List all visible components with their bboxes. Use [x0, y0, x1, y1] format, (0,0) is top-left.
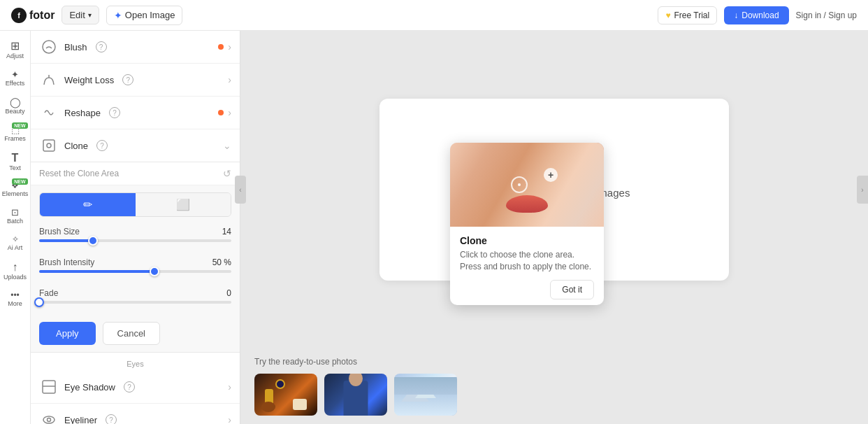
edit-button[interactable]: Edit ▾	[62, 6, 99, 24]
sidebar-label-beauty: Beauty	[5, 108, 24, 115]
chevron-down-icon: ▾	[88, 11, 92, 19]
blush-row[interactable]: Blush ? ›	[31, 31, 240, 64]
brush-intensity-slider[interactable]	[39, 270, 231, 273]
weight-loss-help-icon[interactable]: ?	[122, 74, 133, 85]
text-icon: T	[12, 153, 19, 164]
tool-panel: Blush ? › Weight Loss ? ›	[31, 31, 240, 424]
brush-intensity-section: Brush Intensity 50 %	[31, 253, 240, 284]
apply-button[interactable]: Apply	[39, 322, 96, 345]
sidebar-item-ai-art[interactable]: ✧ Ai Art	[1, 231, 29, 256]
ai-art-icon: ✧	[12, 235, 19, 243]
panel-collapse-handle[interactable]: ‹	[235, 176, 246, 204]
sidebar-item-adjust[interactable]: ⊞ Adjust	[1, 36, 29, 64]
batch-icon: ⊡	[11, 208, 19, 217]
brush-add-button[interactable]: ✏	[40, 193, 136, 216]
svg-point-7	[48, 418, 51, 422]
sidebar-item-more[interactable]: ••• More	[1, 287, 29, 312]
download-label: Download	[742, 10, 779, 20]
clone-help-icon[interactable]: ?	[96, 140, 108, 151]
reset-icon[interactable]: ↺	[223, 168, 231, 179]
fade-value: 0	[226, 288, 231, 298]
plus-icon: ✦	[114, 10, 122, 21]
ready-photo-2[interactable]	[324, 374, 387, 416]
clone-popup-title: Clone	[460, 235, 594, 246]
sidebar-item-batch[interactable]: ⊡ Batch	[1, 204, 29, 229]
popup-plus-icon: +	[544, 168, 558, 182]
reshape-help-icon[interactable]: ?	[109, 107, 120, 118]
download-button[interactable]: ↓ Download	[724, 6, 788, 24]
svg-point-3	[47, 143, 51, 148]
clone-section: Clone ? ⌄ Reset the Clone Area ↺ ✏	[31, 129, 240, 353]
brush-size-section: Brush Size 14	[31, 222, 240, 253]
main-canvas: + Drag or upload your own images Open Im…	[240, 31, 868, 424]
ready-photos-section: Try the ready-to-use photos	[240, 348, 868, 424]
sidebar-item-frames[interactable]: NEW ⬚ Frames	[1, 121, 29, 147]
sidebar: ⊞ Adjust ✦ Effects ◯ Beauty NEW ⬚ Frames…	[0, 31, 31, 424]
eyeliner-help-icon[interactable]: ?	[106, 414, 117, 424]
brush-erase-icon: ⬜	[176, 198, 190, 211]
weight-loss-row[interactable]: Weight Loss ? ›	[31, 64, 240, 97]
clone-header[interactable]: Clone ? ⌄	[31, 129, 240, 162]
action-buttons: Apply Cancel	[31, 315, 240, 352]
eye-shadow-name: Eye Shadow	[64, 382, 115, 393]
eye-shadow-help-icon[interactable]: ?	[124, 381, 135, 393]
open-image-button[interactable]: ✦ Open Image	[106, 6, 183, 25]
right-collapse-handle[interactable]: ›	[857, 176, 868, 204]
brush-size-label: Brush Size	[39, 227, 80, 236]
weight-loss-icon	[39, 70, 59, 90]
sidebar-label-frames: Frames	[4, 136, 26, 143]
blush-active-dot	[218, 44, 224, 50]
svg-point-6	[43, 416, 55, 423]
clone-chevron-icon: ⌄	[223, 140, 231, 151]
logo-text: fotor	[29, 9, 55, 22]
eyeliner-name: Eyeliner	[64, 415, 97, 425]
brush-erase-button[interactable]: ⬜	[136, 193, 231, 216]
heart-icon: ♥	[665, 10, 670, 20]
ready-photo-1[interactable]	[254, 374, 317, 416]
reshape-name: Reshape	[64, 108, 101, 118]
edit-label: Edit	[69, 10, 85, 20]
eyeliner-chevron-icon: ›	[228, 414, 231, 424]
weight-loss-chevron-icon: ›	[228, 74, 231, 85]
sidebar-label-ai-art: Ai Art	[8, 245, 23, 252]
blush-name: Blush	[64, 42, 87, 52]
sidebar-label-elements: Elements	[2, 191, 29, 198]
elements-new-badge: NEW	[12, 178, 27, 185]
sidebar-item-elements[interactable]: NEW ❖ Elements	[1, 177, 29, 202]
blush-help-icon[interactable]: ?	[96, 41, 107, 52]
reshape-row[interactable]: Reshape ? ›	[31, 97, 240, 129]
blush-chevron-icon: ›	[228, 41, 231, 52]
sidebar-item-uploads[interactable]: ↑ Uploads	[1, 257, 29, 285]
cancel-button[interactable]: Cancel	[103, 322, 160, 345]
sidebar-label-adjust: Adjust	[6, 53, 24, 60]
sidebar-item-effects[interactable]: ✦ Effects	[1, 66, 29, 92]
brush-intensity-value: 50 %	[212, 257, 231, 267]
got-it-button[interactable]: Got it	[550, 280, 594, 299]
clone-popup: + Clone Click to choose the clone area. …	[450, 143, 604, 305]
free-trial-label: Free Trial	[674, 10, 710, 20]
brush-size-slider[interactable]	[39, 239, 231, 242]
sidebar-item-beauty[interactable]: ◯ Beauty	[1, 93, 29, 120]
free-trial-button[interactable]: ♥ Free Trial	[658, 6, 717, 24]
clone-tool-icon	[39, 136, 59, 155]
brush-toggle: ✏ ⬜	[39, 192, 231, 217]
eyeliner-icon	[39, 410, 59, 424]
fade-slider[interactable]	[39, 301, 231, 304]
sign-in-link[interactable]: Sign in / Sign up	[796, 10, 857, 20]
more-icon: •••	[10, 291, 20, 299]
weight-loss-name: Weight Loss	[64, 75, 114, 85]
uploads-icon: ↑	[13, 262, 18, 273]
brush-intensity-label: Brush Intensity	[39, 257, 94, 267]
eyeliner-row[interactable]: Eyeliner ? ›	[31, 404, 240, 424]
eye-shadow-row[interactable]: Eye Shadow ? ›	[31, 371, 240, 404]
eye-shadow-chevron-icon: ›	[228, 381, 231, 393]
blush-icon	[39, 37, 59, 57]
ready-photo-3[interactable]	[394, 374, 457, 416]
brush-add-icon: ✏	[83, 198, 92, 211]
sidebar-label-batch: Batch	[7, 218, 23, 225]
frames-new-badge: NEW	[12, 122, 27, 129]
download-icon: ↓	[734, 10, 738, 20]
eye-shadow-icon	[39, 377, 59, 397]
sidebar-item-text[interactable]: T Text	[1, 148, 29, 176]
fade-label: Fade	[39, 288, 58, 298]
